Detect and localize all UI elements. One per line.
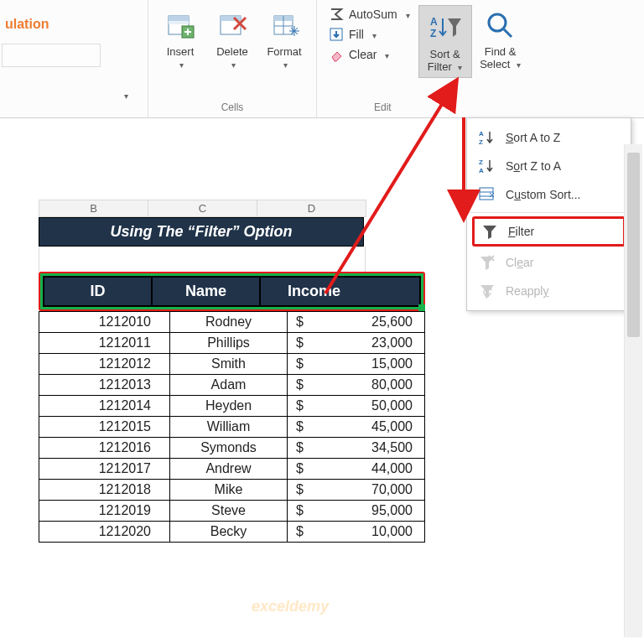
cell-name[interactable]: Heyden (170, 396, 288, 417)
cell-id[interactable]: 1212012 (39, 354, 170, 375)
funnel-icon (481, 223, 498, 240)
cell-id[interactable]: 1212019 (39, 501, 170, 522)
format-cells-icon (269, 7, 299, 45)
insert-button[interactable]: Insert (155, 3, 205, 75)
cell-income[interactable]: $23,000 (288, 333, 425, 354)
ribbon-fragment-left: ulation (0, 0, 101, 67)
cell-id[interactable]: 1212013 (39, 375, 170, 396)
table-row[interactable]: 1212010Rodney$25,600 (39, 312, 425, 333)
header-selection-wrap: ID Name Income (39, 272, 425, 311)
reapply-icon (479, 283, 496, 299)
sort-az-icon: AZ (479, 129, 496, 146)
cell-name[interactable]: Adam (170, 375, 288, 396)
title-cell[interactable]: Using The “Filter” Option (39, 217, 364, 247)
header-red-highlight: ID Name Income (39, 272, 425, 311)
cell-id[interactable]: 1212020 (39, 522, 170, 543)
svg-text:A: A (479, 167, 484, 174)
table-row[interactable]: 1212016Symonds$34,500 (39, 438, 425, 459)
menu-filter[interactable]: Filter (472, 216, 626, 247)
cell-name[interactable]: Becky (170, 522, 288, 543)
header-name[interactable]: Name (153, 278, 261, 305)
cell-id[interactable]: 1212017 (39, 459, 170, 480)
sigma-icon (329, 7, 344, 22)
table-row[interactable]: 1212015William$45,000 (39, 417, 425, 438)
group-label-cells: Cells (155, 101, 309, 116)
delete-button[interactable]: Delete (207, 3, 257, 75)
cell-id[interactable]: 1212011 (39, 333, 170, 354)
cell-name[interactable]: Rodney (170, 312, 288, 333)
table-header-row[interactable]: ID Name Income (43, 276, 421, 307)
worksheet: B C D Using The “Filter” Option ID Name … (39, 200, 425, 543)
cell-income[interactable]: $25,600 (288, 312, 425, 333)
fill-button[interactable]: Fill (329, 27, 410, 42)
table-row[interactable]: 1212014Heyden$50,000 (39, 396, 425, 417)
svg-text:Z: Z (479, 138, 483, 146)
sort-za-icon: ZA (479, 158, 496, 174)
cell-income[interactable]: $70,000 (288, 480, 425, 501)
svg-text:Z: Z (479, 158, 483, 166)
find-select-button[interactable]: Find &Select (475, 3, 526, 75)
cell-income[interactable]: $45,000 (288, 417, 425, 438)
eraser-icon (329, 47, 344, 62)
custom-sort-icon (479, 186, 496, 203)
cell-id[interactable]: 1212010 (39, 312, 170, 333)
sort-filter-icon: AZ (428, 9, 463, 48)
empty-row[interactable] (39, 247, 366, 272)
cell-name[interactable]: Phillips (170, 333, 288, 354)
table-row[interactable]: 1212013Adam$80,000 (39, 375, 425, 396)
delete-cells-icon (217, 7, 247, 45)
menu-clear-filter: Clear (467, 248, 631, 277)
sort-filter-button[interactable]: AZ Sort &Filter (419, 6, 471, 77)
sort-filter-dropdown: AZ Sort A to Z ZA Sort Z to A Custom Sor… (466, 117, 631, 311)
data-table: 1212010Rodney$25,6001212011Phillips$23,0… (39, 311, 425, 543)
cell-income[interactable]: $15,000 (288, 354, 425, 375)
scrollbar-thumb[interactable] (627, 153, 640, 337)
cell-name[interactable]: Andrew (170, 459, 288, 480)
col-letter[interactable]: B (39, 200, 148, 217)
clear-filter-icon (479, 254, 496, 271)
menu-sort-a-to-z[interactable]: AZ Sort A to Z (467, 123, 631, 152)
svg-rect-2 (169, 21, 189, 24)
cell-id[interactable]: 1212016 (39, 438, 170, 459)
cell-income[interactable]: $95,000 (288, 501, 425, 522)
selection-handle[interactable] (418, 304, 425, 311)
cell-name[interactable]: Mike (170, 480, 288, 501)
cell-name[interactable]: Steve (170, 501, 288, 522)
clear-button[interactable]: Clear (329, 47, 410, 62)
table-row[interactable]: 1212011Phillips$23,000 (39, 333, 425, 354)
overflow-caret[interactable] (121, 88, 128, 101)
table-row[interactable]: 1212019Steve$95,000 (39, 501, 425, 522)
cell-income[interactable]: $44,000 (288, 459, 425, 480)
fragment-box (2, 44, 101, 67)
header-id[interactable]: ID (44, 278, 153, 305)
autosum-button[interactable]: AutoSum (329, 7, 410, 22)
group-label-editing: Edit (324, 101, 637, 116)
cell-name[interactable]: Symonds (170, 438, 288, 459)
header-income[interactable]: Income (261, 278, 367, 305)
table-row[interactable]: 1212020Becky$10,000 (39, 522, 425, 543)
cell-income[interactable]: $34,500 (288, 438, 425, 459)
col-letter[interactable]: D (257, 200, 366, 217)
cell-income[interactable]: $80,000 (288, 375, 425, 396)
editing-small-buttons: AutoSum Fill Clear (324, 3, 415, 62)
fragment-text: ulation (0, 10, 101, 39)
cell-name[interactable]: Smith (170, 354, 288, 375)
vertical-scrollbar[interactable] (624, 144, 642, 637)
format-button[interactable]: Format (259, 3, 309, 75)
menu-custom-sort[interactable]: Custom Sort... (467, 180, 631, 209)
ribbon-group-editing: AutoSum Fill Clear AZ Sort &Filter (317, 0, 644, 117)
cell-income[interactable]: $10,000 (288, 522, 425, 543)
cell-id[interactable]: 1212014 (39, 396, 170, 417)
cell-income[interactable]: $50,000 (288, 396, 425, 417)
cell-name[interactable]: William (170, 417, 288, 438)
cell-id[interactable]: 1212015 (39, 417, 170, 438)
cell-id[interactable]: 1212018 (39, 480, 170, 501)
table-row[interactable]: 1212017Andrew$44,000 (39, 459, 425, 480)
table-row[interactable]: 1212018Mike$70,000 (39, 480, 425, 501)
table-row[interactable]: 1212012Smith$15,000 (39, 354, 425, 375)
watermark: exceldemy (252, 598, 329, 615)
menu-sort-z-to-a[interactable]: ZA Sort Z to A (467, 152, 631, 180)
svg-point-11 (489, 14, 506, 31)
insert-cells-icon (165, 7, 195, 45)
col-letter[interactable]: C (148, 200, 257, 217)
